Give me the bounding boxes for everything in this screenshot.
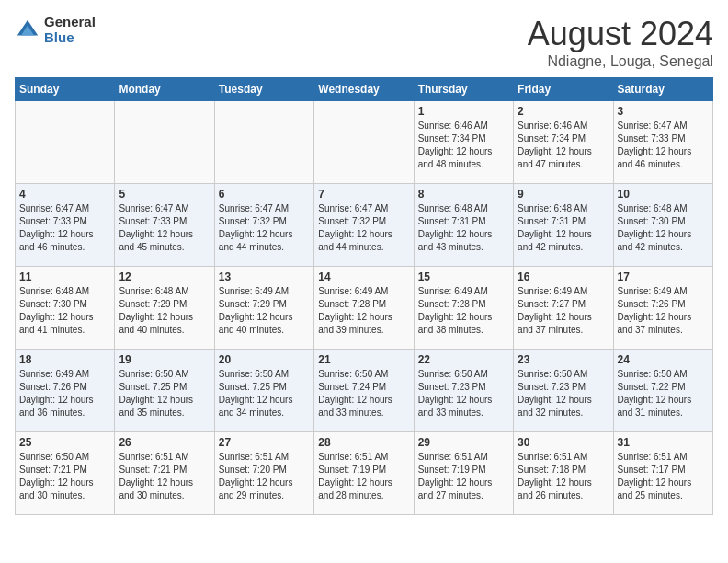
calendar-cell: 17Sunrise: 6:49 AM Sunset: 7:26 PM Dayli…: [613, 267, 712, 350]
day-info: Sunrise: 6:49 AM Sunset: 7:28 PM Dayligh…: [318, 285, 409, 337]
calendar-cell: 15Sunrise: 6:49 AM Sunset: 7:28 PM Dayli…: [414, 267, 513, 350]
calendar-table: SundayMondayTuesdayWednesdayThursdayFrid…: [15, 77, 713, 515]
day-number: 16: [518, 270, 609, 283]
day-number: 11: [19, 270, 110, 283]
calendar-cell: [214, 101, 313, 184]
calendar-week-row: 11Sunrise: 6:48 AM Sunset: 7:30 PM Dayli…: [16, 267, 713, 350]
day-info: Sunrise: 6:47 AM Sunset: 7:33 PM Dayligh…: [119, 202, 210, 254]
day-info: Sunrise: 6:51 AM Sunset: 7:18 PM Dayligh…: [518, 451, 609, 502]
day-info: Sunrise: 6:50 AM Sunset: 7:24 PM Dayligh…: [318, 368, 409, 419]
day-number: 10: [618, 188, 709, 201]
day-number: 14: [318, 270, 409, 283]
day-info: Sunrise: 6:51 AM Sunset: 7:19 PM Dayligh…: [318, 451, 409, 502]
calendar-day-header: Monday: [115, 78, 214, 101]
day-number: 1: [418, 105, 509, 118]
calendar-day-header: Wednesday: [314, 78, 414, 101]
calendar-cell: 8Sunrise: 6:48 AM Sunset: 7:31 PM Daylig…: [414, 184, 513, 267]
day-number: 25: [19, 436, 110, 449]
calendar-cell: [16, 101, 115, 184]
calendar-cell: 5Sunrise: 6:47 AM Sunset: 7:33 PM Daylig…: [115, 184, 214, 267]
day-info: Sunrise: 6:47 AM Sunset: 7:32 PM Dayligh…: [219, 202, 310, 254]
day-number: 30: [518, 436, 609, 449]
calendar-cell: 31Sunrise: 6:51 AM Sunset: 7:17 PM Dayli…: [613, 432, 712, 515]
logo-icon: [15, 17, 40, 43]
day-info: Sunrise: 6:49 AM Sunset: 7:29 PM Dayligh…: [219, 285, 310, 337]
calendar-cell: 24Sunrise: 6:50 AM Sunset: 7:22 PM Dayli…: [613, 350, 712, 432]
calendar-week-row: 25Sunrise: 6:50 AM Sunset: 7:21 PM Dayli…: [16, 432, 713, 515]
day-info: Sunrise: 6:50 AM Sunset: 7:25 PM Dayligh…: [119, 368, 210, 419]
day-info: Sunrise: 6:48 AM Sunset: 7:29 PM Dayligh…: [119, 285, 210, 337]
day-number: 12: [119, 270, 210, 283]
day-number: 20: [219, 353, 310, 366]
calendar-week-row: 18Sunrise: 6:49 AM Sunset: 7:26 PM Dayli…: [16, 350, 713, 432]
day-number: 21: [318, 353, 409, 366]
calendar-header-row: SundayMondayTuesdayWednesdayThursdayFrid…: [16, 78, 713, 101]
calendar-body: 1Sunrise: 6:46 AM Sunset: 7:34 PM Daylig…: [16, 101, 713, 515]
calendar-cell: 12Sunrise: 6:48 AM Sunset: 7:29 PM Dayli…: [115, 267, 214, 350]
day-info: Sunrise: 6:50 AM Sunset: 7:22 PM Dayligh…: [618, 368, 709, 419]
day-info: Sunrise: 6:50 AM Sunset: 7:23 PM Dayligh…: [518, 368, 609, 419]
calendar-cell: 22Sunrise: 6:50 AM Sunset: 7:23 PM Dayli…: [414, 350, 513, 432]
day-number: 15: [418, 270, 509, 283]
calendar-day-header: Tuesday: [214, 78, 313, 101]
day-number: 27: [219, 436, 310, 449]
calendar-cell: [115, 101, 214, 184]
day-number: 6: [219, 188, 310, 201]
day-info: Sunrise: 6:46 AM Sunset: 7:34 PM Dayligh…: [518, 120, 609, 171]
calendar-cell: 3Sunrise: 6:47 AM Sunset: 7:33 PM Daylig…: [613, 101, 712, 184]
calendar-cell: 4Sunrise: 6:47 AM Sunset: 7:33 PM Daylig…: [16, 184, 115, 267]
calendar-cell: 23Sunrise: 6:50 AM Sunset: 7:23 PM Dayli…: [514, 350, 613, 432]
day-info: Sunrise: 6:48 AM Sunset: 7:30 PM Dayligh…: [618, 202, 709, 254]
calendar-day-header: Friday: [514, 78, 613, 101]
calendar-cell: 30Sunrise: 6:51 AM Sunset: 7:18 PM Dayli…: [514, 432, 613, 515]
day-number: 31: [618, 436, 709, 449]
calendar-cell: 11Sunrise: 6:48 AM Sunset: 7:30 PM Dayli…: [16, 267, 115, 350]
day-number: 24: [618, 353, 709, 366]
calendar-cell: 2Sunrise: 6:46 AM Sunset: 7:34 PM Daylig…: [514, 101, 613, 184]
main-title: August 2024: [528, 15, 713, 53]
day-info: Sunrise: 6:49 AM Sunset: 7:27 PM Dayligh…: [518, 285, 609, 337]
day-info: Sunrise: 6:48 AM Sunset: 7:31 PM Dayligh…: [518, 202, 609, 254]
day-info: Sunrise: 6:48 AM Sunset: 7:31 PM Dayligh…: [418, 202, 509, 254]
calendar-cell: [314, 101, 414, 184]
calendar-cell: 26Sunrise: 6:51 AM Sunset: 7:21 PM Dayli…: [115, 432, 214, 515]
day-info: Sunrise: 6:51 AM Sunset: 7:21 PM Dayligh…: [119, 451, 210, 502]
day-number: 29: [418, 436, 509, 449]
day-info: Sunrise: 6:50 AM Sunset: 7:25 PM Dayligh…: [219, 368, 310, 419]
day-number: 13: [219, 270, 310, 283]
calendar-cell: 18Sunrise: 6:49 AM Sunset: 7:26 PM Dayli…: [16, 350, 115, 432]
day-info: Sunrise: 6:51 AM Sunset: 7:20 PM Dayligh…: [219, 451, 310, 502]
day-info: Sunrise: 6:49 AM Sunset: 7:26 PM Dayligh…: [618, 285, 709, 337]
day-info: Sunrise: 6:51 AM Sunset: 7:19 PM Dayligh…: [418, 451, 509, 502]
calendar-cell: 13Sunrise: 6:49 AM Sunset: 7:29 PM Dayli…: [214, 267, 313, 350]
calendar-cell: 16Sunrise: 6:49 AM Sunset: 7:27 PM Dayli…: [514, 267, 613, 350]
calendar-day-header: Saturday: [613, 78, 712, 101]
day-number: 8: [418, 188, 509, 201]
day-info: Sunrise: 6:47 AM Sunset: 7:32 PM Dayligh…: [318, 202, 409, 254]
day-number: 9: [518, 188, 609, 201]
day-info: Sunrise: 6:47 AM Sunset: 7:33 PM Dayligh…: [19, 202, 110, 254]
day-number: 22: [418, 353, 509, 366]
day-number: 17: [618, 270, 709, 283]
logo: General Blue: [15, 15, 96, 45]
calendar-day-header: Thursday: [414, 78, 513, 101]
calendar-cell: 28Sunrise: 6:51 AM Sunset: 7:19 PM Dayli…: [314, 432, 414, 515]
day-number: 7: [318, 188, 409, 201]
calendar-cell: 10Sunrise: 6:48 AM Sunset: 7:30 PM Dayli…: [613, 184, 712, 267]
day-info: Sunrise: 6:50 AM Sunset: 7:23 PM Dayligh…: [418, 368, 509, 419]
day-number: 4: [19, 188, 110, 201]
day-info: Sunrise: 6:46 AM Sunset: 7:34 PM Dayligh…: [418, 120, 509, 171]
subtitle: Ndiagne, Louga, Senegal: [528, 53, 713, 70]
title-block: August 2024 Ndiagne, Louga, Senegal: [528, 15, 713, 70]
day-number: 23: [518, 353, 609, 366]
day-info: Sunrise: 6:49 AM Sunset: 7:28 PM Dayligh…: [418, 285, 509, 337]
day-info: Sunrise: 6:50 AM Sunset: 7:21 PM Dayligh…: [19, 451, 110, 502]
calendar-cell: 27Sunrise: 6:51 AM Sunset: 7:20 PM Dayli…: [214, 432, 313, 515]
calendar-cell: 21Sunrise: 6:50 AM Sunset: 7:24 PM Dayli…: [314, 350, 414, 432]
calendar-week-row: 4Sunrise: 6:47 AM Sunset: 7:33 PM Daylig…: [16, 184, 713, 267]
day-info: Sunrise: 6:49 AM Sunset: 7:26 PM Dayligh…: [19, 368, 110, 419]
calendar-cell: 6Sunrise: 6:47 AM Sunset: 7:32 PM Daylig…: [214, 184, 313, 267]
calendar-cell: 7Sunrise: 6:47 AM Sunset: 7:32 PM Daylig…: [314, 184, 414, 267]
day-number: 2: [518, 105, 609, 118]
day-number: 28: [318, 436, 409, 449]
